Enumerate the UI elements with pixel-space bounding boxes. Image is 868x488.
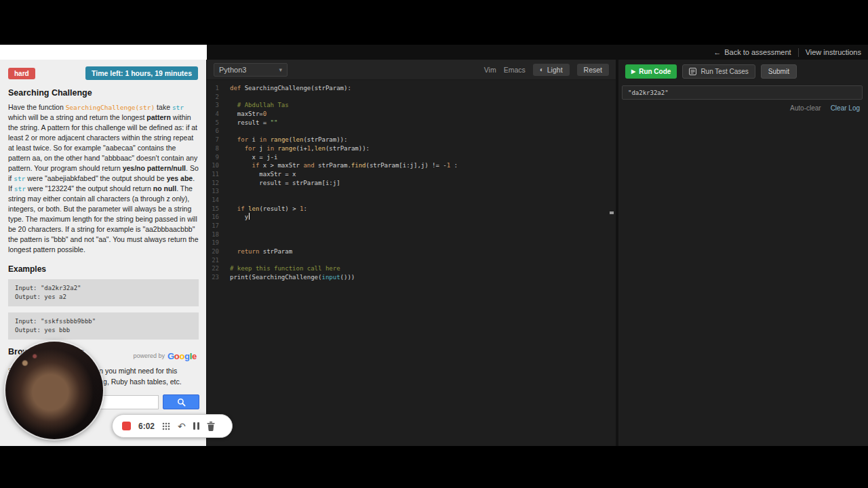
- header-bar: ← Back to assessment View instructions: [0, 45, 868, 60]
- line-number: 2: [207, 93, 230, 102]
- line-number: 14: [207, 196, 230, 205]
- time-left-badge: Time left: 1 hours, 19 minutes: [85, 66, 198, 80]
- run-code-label: Run Code: [639, 68, 671, 75]
- line-number: 3: [207, 101, 230, 110]
- clear-log-link[interactable]: Clear Log: [831, 104, 860, 112]
- language-select[interactable]: Python3 ▾: [214, 63, 288, 77]
- undo-icon[interactable]: ↶: [178, 422, 186, 431]
- run-code-button[interactable]: ▶ Run Code: [625, 64, 677, 79]
- line-number: 18: [207, 230, 230, 239]
- back-to-assessment-link[interactable]: ← Back to assessment: [713, 48, 791, 56]
- top-black-bar: [0, 0, 868, 45]
- delete-recording-button[interactable]: [207, 422, 215, 431]
- search-icon: [177, 398, 186, 407]
- header-links: ← Back to assessment View instructions: [713, 45, 861, 60]
- console-links: Auto-clear Clear Log: [790, 104, 860, 112]
- pause-recording-button[interactable]: [193, 422, 199, 430]
- line-number: 10: [207, 161, 230, 170]
- code-line-7[interactable]: 7 for i in range(len(strParam)):: [207, 136, 608, 144]
- editor-toolbar: Python3 ▾ Vim Emacs ◐ Light Reset: [207, 60, 616, 80]
- back-arrow-icon: ←: [713, 48, 721, 56]
- line-number: 19: [207, 239, 230, 247]
- code-line-15[interactable]: 15 if len(result) > 1:: [207, 205, 608, 214]
- console-output: "da2kr32a2": [622, 85, 863, 100]
- back-to-assessment-label: Back to assessment: [724, 48, 791, 56]
- line-number: 11: [207, 170, 230, 179]
- chevron-down-icon: ▾: [279, 66, 282, 73]
- code-line-19[interactable]: 19: [207, 239, 608, 247]
- code-line-3[interactable]: 3 # Abdullah Tas: [207, 101, 608, 110]
- code-line-9[interactable]: 9 x = j-i: [207, 153, 608, 162]
- powered-by-google: powered by Google: [133, 350, 197, 362]
- code-line-16[interactable]: 16 y: [207, 213, 608, 222]
- google-logo: Google: [167, 350, 197, 362]
- header-divider: [798, 48, 799, 57]
- powered-by-label: powered by: [133, 352, 165, 359]
- test-cases-icon: [689, 68, 696, 75]
- code-line-22[interactable]: 22# keep this function call here: [207, 264, 608, 273]
- line-number: 17: [207, 222, 230, 230]
- auto-clear-toggle[interactable]: Auto-clear: [790, 104, 821, 112]
- code-line-17[interactable]: 17: [207, 222, 608, 230]
- editor-toolbar-right: Vim Emacs ◐ Light Reset: [484, 64, 609, 76]
- code-line-4[interactable]: 4 maxStr=0: [207, 110, 608, 119]
- scrollbar-thumb[interactable]: [610, 211, 614, 214]
- console-buttons: ▶ Run Code Run Test Cases Submit: [625, 64, 797, 79]
- line-number: 13: [207, 187, 230, 196]
- code-editor[interactable]: Python3 ▾ Vim Emacs ◐ Light Reset 1def S…: [207, 60, 616, 446]
- badges-row: hard Time left: 1 hours, 19 minutes: [8, 66, 198, 80]
- line-number: 20: [207, 247, 230, 256]
- webcam-preview[interactable]: [5, 342, 103, 439]
- code-line-1[interactable]: 1def SearchingChallenge(strParam):: [207, 84, 608, 93]
- code-area[interactable]: 1def SearchingChallenge(strParam):23 # A…: [207, 84, 608, 282]
- line-number: 16: [207, 213, 230, 222]
- light-theme-button[interactable]: ◐ Light: [533, 64, 570, 76]
- play-icon: ▶: [631, 68, 635, 75]
- code-line-14[interactable]: 14: [207, 196, 608, 205]
- code-line-20[interactable]: 20 return strParam: [207, 247, 608, 256]
- code-line-18[interactable]: 18: [207, 230, 608, 239]
- line-number: 9: [207, 153, 230, 162]
- reset-button[interactable]: Reset: [577, 64, 609, 76]
- challenge-title: Searching Challenge: [8, 88, 92, 98]
- resource-search-button[interactable]: [163, 394, 199, 409]
- run-test-cases-label: Run Test Cases: [701, 68, 748, 75]
- vim-mode-button[interactable]: Vim: [484, 66, 496, 74]
- theme-icon: ◐: [540, 66, 544, 73]
- submit-button[interactable]: Submit: [761, 64, 797, 79]
- example-2: Input: "sskfssbbb9bbb" Output: yes bbb: [8, 312, 199, 340]
- line-number: 6: [207, 127, 230, 136]
- light-theme-label: Light: [547, 66, 563, 74]
- language-select-value: Python3: [219, 66, 246, 74]
- bottom-black-bar: [0, 446, 868, 488]
- code-line-2[interactable]: 2: [207, 93, 608, 102]
- code-line-11[interactable]: 11 maxStr = x: [207, 170, 608, 179]
- line-number: 4: [207, 110, 230, 119]
- line-number: 7: [207, 136, 230, 144]
- code-line-10[interactable]: 10 if x > maxStr and strParam.find(strPa…: [207, 161, 608, 170]
- trash-icon: [207, 422, 215, 431]
- code-line-21[interactable]: 21: [207, 256, 608, 265]
- code-line-8[interactable]: 8 for j in range(i+1,len(strParam)):: [207, 144, 608, 153]
- challenge-description: Have the function SearchingChallenge(str…: [8, 102, 199, 255]
- emacs-mode-button[interactable]: Emacs: [504, 66, 526, 74]
- code-line-6[interactable]: 6: [207, 127, 608, 136]
- code-line-13[interactable]: 13: [207, 187, 608, 196]
- run-test-cases-button[interactable]: Run Test Cases: [682, 64, 755, 79]
- code-line-23[interactable]: 23print(SearchingChallenge(input())): [207, 273, 608, 282]
- example-2-output: Output: yes bbb: [15, 326, 192, 335]
- code-line-12[interactable]: 12 result = strParam[i:j]: [207, 179, 608, 188]
- view-instructions-link[interactable]: View instructions: [806, 48, 861, 56]
- code-line-5[interactable]: 5 result = "": [207, 119, 608, 127]
- line-number: 21: [207, 256, 230, 265]
- example-1-input: Input: "da2kr32a2": [15, 284, 192, 293]
- line-number: 12: [207, 179, 230, 188]
- grid-menu-icon[interactable]: [162, 422, 170, 430]
- examples-heading: Examples: [8, 264, 46, 274]
- example-1-output: Output: yes a2: [15, 293, 192, 302]
- recording-toolbar: 6:02 ↶: [112, 414, 233, 438]
- console-panel: ▶ Run Code Run Test Cases Submit "da2kr3…: [618, 60, 868, 446]
- line-number: 8: [207, 144, 230, 153]
- stop-recording-button[interactable]: [122, 422, 131, 430]
- line-number: 5: [207, 119, 230, 127]
